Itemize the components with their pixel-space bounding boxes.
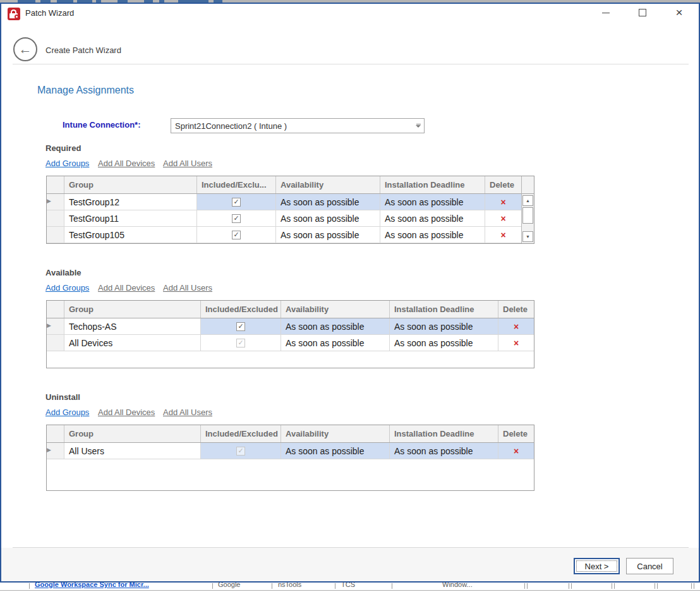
scroll-down-button[interactable]: ▼ <box>522 231 533 242</box>
table-row[interactable]: All Devices✓As soon as possibleAs soon a… <box>47 335 534 351</box>
footer-divider <box>13 547 689 548</box>
column-header-included[interactable]: Included/Exclu... <box>197 176 276 193</box>
add-all-users-link[interactable]: Add All Users <box>163 283 212 293</box>
included-checkbox[interactable]: ✓ <box>236 322 245 331</box>
availability-cell[interactable]: As soon as possible <box>276 194 380 210</box>
next-button[interactable]: Next > <box>574 558 620 574</box>
availability-cell[interactable]: As soon as possible <box>281 318 390 334</box>
close-button[interactable]: × <box>668 5 690 20</box>
deadline-cell[interactable]: As soon as possible <box>390 318 498 334</box>
current-row-arrow-icon: ▶ <box>47 447 64 453</box>
column-header-deadline[interactable]: Installation Deadline <box>390 301 498 318</box>
add-all-users-link[interactable]: Add All Users <box>163 159 212 168</box>
group-cell[interactable]: TestGroup11 <box>64 210 197 226</box>
column-header-availability[interactable]: Availability <box>276 176 380 193</box>
included-cell[interactable]: ✓ <box>201 335 281 351</box>
delete-icon[interactable]: × <box>514 322 519 331</box>
table-row[interactable]: TestGroup105✓As soon as possibleAs soon … <box>47 227 534 243</box>
cancel-button[interactable]: Cancel <box>626 558 673 574</box>
included-checkbox[interactable]: ✓ <box>232 198 241 207</box>
delete-icon[interactable]: × <box>514 447 519 456</box>
column-header-deadline[interactable]: Installation Deadline <box>380 176 485 193</box>
column-header-included[interactable]: Included/Excluded <box>201 301 281 318</box>
column-header-availability[interactable]: Availability <box>281 301 390 318</box>
included-checkbox[interactable]: ✓ <box>232 214 241 223</box>
availability-cell[interactable]: As soon as possible <box>281 335 390 351</box>
required-table: GroupIncluded/Exclu...AvailabilityInstal… <box>46 176 534 244</box>
add-all-devices-link[interactable]: Add All Devices <box>98 408 155 417</box>
group-cell[interactable]: All Users <box>64 443 201 459</box>
add-groups-link[interactable]: Add Groups <box>45 408 89 417</box>
add-all-devices-link[interactable]: Add All Devices <box>98 159 155 168</box>
intune-connection-value: Sprint21Connection2 ( Intune ) <box>171 121 413 131</box>
maximize-button[interactable] <box>632 5 653 20</box>
add-all-users-link[interactable]: Add All Users <box>163 408 212 417</box>
group-cell[interactable]: All Devices <box>64 335 201 351</box>
section-title-uninstall: Uninstall <box>45 392 80 402</box>
delete-cell[interactable]: × <box>485 210 521 226</box>
deadline-cell[interactable]: As soon as possible <box>380 227 485 243</box>
availability-cell[interactable]: As soon as possible <box>276 227 380 243</box>
table-row[interactable]: ▶TestGroup12✓As soon as possibleAs soon … <box>47 194 534 210</box>
group-cell[interactable]: TestGroup105 <box>64 227 197 243</box>
current-row-arrow-icon: ▶ <box>47 198 64 204</box>
column-header-group[interactable]: Group <box>64 425 201 442</box>
deadline-cell[interactable]: As soon as possible <box>390 335 498 351</box>
column-header-availability[interactable]: Availability <box>281 425 390 442</box>
table-row[interactable]: ▶Techops-AS✓As soon as possibleAs soon a… <box>47 318 534 335</box>
app-lock-icon <box>8 8 20 20</box>
availability-cell[interactable]: As soon as possible <box>281 443 390 459</box>
vertical-scrollbar[interactable]: ▲▼ <box>521 176 534 243</box>
column-header-group[interactable]: Group <box>64 301 201 318</box>
deadline-cell[interactable]: As soon as possible <box>380 194 485 210</box>
delete-cell[interactable]: × <box>498 335 534 351</box>
intune-connection-dropdown[interactable]: Sprint21Connection2 ( Intune ) <box>171 118 425 133</box>
row-selector-cell[interactable] <box>47 227 64 243</box>
delete-cell[interactable]: × <box>485 227 521 243</box>
row-selector-cell[interactable]: ▶ <box>47 318 64 334</box>
row-selector-cell[interactable]: ▶ <box>47 443 64 459</box>
included-checkbox[interactable]: ✓ <box>232 231 241 239</box>
uninstall-table: GroupIncluded/ExcludedAvailabilityInstal… <box>46 425 534 491</box>
table-row[interactable]: TestGroup11✓As soon as possibleAs soon a… <box>47 210 534 227</box>
delete-icon[interactable]: × <box>500 214 505 223</box>
column-header-delete[interactable]: Delete <box>498 425 534 442</box>
delete-icon[interactable]: × <box>514 339 519 347</box>
back-button[interactable]: ← <box>13 37 37 61</box>
column-header-included[interactable]: Included/Excluded <box>201 425 281 442</box>
column-header-delete[interactable]: Delete <box>498 301 534 318</box>
delete-cell[interactable]: × <box>498 443 534 459</box>
included-cell[interactable]: ✓ <box>201 443 281 459</box>
scrollbar-thumb[interactable] <box>522 207 533 224</box>
row-selector-header <box>47 176 64 193</box>
screen: Google Workspace Sync for Micr...Googlen… <box>0 0 700 592</box>
included-cell[interactable]: ✓ <box>197 227 276 243</box>
column-header-delete[interactable]: Delete <box>485 176 521 193</box>
deadline-cell[interactable]: As soon as possible <box>380 210 485 226</box>
included-cell[interactable]: ✓ <box>201 318 281 334</box>
delete-cell[interactable]: × <box>498 318 534 334</box>
group-cell[interactable]: Techops-AS <box>64 318 201 334</box>
delete-cell[interactable]: × <box>485 194 521 210</box>
group-cell[interactable]: TestGroup12 <box>64 194 197 210</box>
add-groups-link[interactable]: Add Groups <box>45 283 89 293</box>
scroll-up-button[interactable]: ▲ <box>522 195 533 206</box>
add-all-devices-link[interactable]: Add All Devices <box>98 283 155 293</box>
deadline-cell[interactable]: As soon as possible <box>390 443 498 459</box>
delete-icon[interactable]: × <box>500 231 505 239</box>
column-header-group[interactable]: Group <box>64 176 197 193</box>
required-links: Add Groups Add All Devices Add All Users <box>0 159 700 169</box>
row-selector-cell[interactable] <box>47 335 64 351</box>
row-selector-cell[interactable]: ▶ <box>47 194 64 210</box>
add-groups-link[interactable]: Add Groups <box>45 159 89 168</box>
included-cell[interactable]: ✓ <box>197 210 276 226</box>
minimize-button[interactable] <box>595 5 617 20</box>
row-selector-cell[interactable] <box>47 210 64 226</box>
back-arrow-icon: ← <box>19 42 32 57</box>
chevron-down-icon[interactable] <box>413 124 424 128</box>
delete-icon[interactable]: × <box>500 198 505 207</box>
column-header-deadline[interactable]: Installation Deadline <box>390 425 498 442</box>
included-cell[interactable]: ✓ <box>197 194 276 210</box>
availability-cell[interactable]: As soon as possible <box>276 210 380 226</box>
table-row[interactable]: ▶All Users✓As soon as possibleAs soon as… <box>47 443 534 459</box>
